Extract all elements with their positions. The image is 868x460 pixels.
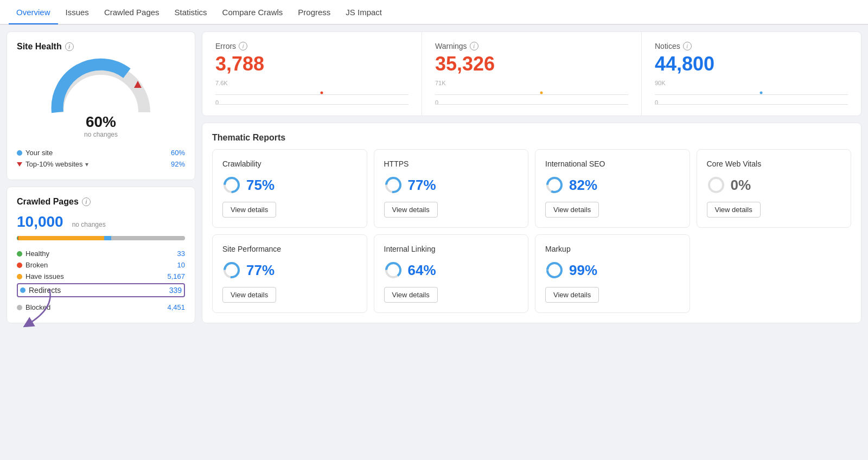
nav-statistics[interactable]: Statistics: [167, 1, 215, 23]
crawled-pages-title: Crawled Pages i: [17, 197, 185, 207]
core-web-vitals-view-details[interactable]: View details: [707, 202, 761, 218]
notices-value: 44,800: [655, 53, 848, 75]
nav-crawled-pages[interactable]: Crawled Pages: [97, 1, 167, 23]
site-health-info-icon[interactable]: i: [65, 42, 74, 51]
breakdown-healthy: Healthy 33: [17, 248, 185, 259]
crawled-pages-card: Crawled Pages i 10,000 no changes Health…: [7, 187, 195, 323]
redirects-value: 339: [169, 286, 182, 295]
thematic-reports-card: Thematic Reports Crawlability 75% View d…: [202, 123, 861, 323]
thematic-reports-title: Thematic Reports: [212, 133, 851, 143]
errors-value: 3,788: [215, 53, 409, 75]
nav-bar: Overview Issues Crawled Pages Statistics…: [0, 0, 868, 25]
internal-linking-pct: 64%: [408, 262, 436, 279]
stats-row: Errors i 3,788 7.6K 0 Warnings i 35: [202, 31, 861, 116]
breakdown-have-issues: Have issues 5,167: [17, 271, 185, 282]
content-area: Errors i 3,788 7.6K 0 Warnings i 35: [202, 31, 861, 453]
legend-your-site: Your site 60%: [17, 147, 185, 158]
gauge-svg: [47, 58, 155, 118]
gauge-container: 60% no changes: [17, 58, 185, 138]
warnings-value: 35,326: [435, 53, 628, 75]
blocked-value: 4,451: [167, 303, 185, 311]
svg-point-13: [547, 263, 561, 277]
international-seo-donut: [545, 176, 564, 194]
issues-dot: [17, 274, 22, 279]
internal-linking-view-details[interactable]: View details: [384, 287, 438, 303]
gauge-percentage: 60%: [84, 113, 118, 131]
markup-pct: 99%: [569, 262, 597, 279]
site-health-card: Site Health i 60% no changes: [7, 31, 195, 180]
crawled-pages-info-icon[interactable]: i: [82, 197, 91, 206]
report-international-seo: International SEO 82% View details: [535, 149, 690, 228]
broken-dot: [17, 263, 22, 268]
https-donut: [384, 176, 403, 194]
healthy-dot: [17, 251, 22, 257]
notices-label: Notices i: [655, 42, 848, 50]
crawlability-pct: 75%: [246, 177, 275, 194]
crawlability-view-details[interactable]: View details: [222, 202, 276, 218]
segment-blocked: [111, 236, 185, 240]
nav-overview[interactable]: Overview: [9, 1, 58, 23]
report-site-performance: Site Performance 77% View details: [212, 234, 367, 313]
crawlability-donut: [222, 176, 241, 194]
https-pct: 77%: [408, 177, 436, 194]
report-core-web-vitals: Core Web Vitals 0% View details: [697, 149, 852, 228]
svg-point-7: [709, 178, 723, 192]
report-internal-linking: Internal Linking 64% View details: [374, 234, 529, 313]
breakdown-broken: Broken 10: [17, 259, 185, 271]
blocked-dot: [17, 305, 22, 310]
warnings-sparkline: 71K 0: [435, 80, 628, 106]
crawled-progress-bar: [17, 236, 185, 240]
legend-top10: Top-10% websites ▾ 92%: [17, 158, 185, 170]
site-performance-donut: [222, 261, 241, 279]
notices-card: Notices i 44,800 90K 0: [642, 31, 861, 116]
warnings-label: Warnings i: [435, 42, 628, 50]
international-seo-pct: 82%: [569, 177, 597, 194]
gauge-center: 60% no changes: [84, 113, 118, 138]
https-view-details[interactable]: View details: [384, 202, 438, 218]
issues-value: 5,167: [167, 272, 185, 280]
errors-sparkline: 7.6K 0: [215, 80, 409, 106]
notices-info-icon[interactable]: i: [683, 42, 692, 50]
site-performance-pct: 77%: [246, 262, 275, 279]
nav-issues[interactable]: Issues: [58, 1, 97, 23]
site-health-title: Site Health i: [17, 42, 185, 52]
report-https: HTTPS 77% View details: [374, 149, 529, 228]
nav-progress[interactable]: Progress: [290, 1, 338, 23]
site-performance-view-details[interactable]: View details: [222, 287, 276, 303]
broken-value: 10: [177, 261, 185, 269]
reports-grid-bottom: Site Performance 77% View details Intern…: [212, 234, 851, 313]
errors-info-icon[interactable]: i: [239, 42, 247, 50]
your-site-dot: [17, 150, 22, 156]
report-crawlability: Crawlability 75% View details: [212, 149, 367, 228]
warnings-card: Warnings i 35,326 71K 0: [422, 31, 642, 116]
report-markup: Markup 99% View details: [535, 234, 690, 313]
notices-sparkline: 90K 0: [655, 80, 848, 106]
gauge-sublabel: no changes: [84, 131, 118, 138]
breakdown-blocked: Blocked 4,451: [17, 302, 185, 313]
chevron-down-icon[interactable]: ▾: [85, 161, 88, 168]
healthy-value: 33: [177, 250, 185, 258]
warnings-dot: [540, 92, 542, 94]
segment-redirects: [104, 236, 111, 240]
top10-value: 92%: [171, 160, 185, 168]
reports-grid-top: Crawlability 75% View details HTTPS: [212, 149, 851, 228]
markup-view-details[interactable]: View details: [545, 287, 599, 303]
core-web-vitals-donut: [707, 176, 725, 194]
errors-dot: [320, 92, 323, 94]
markup-donut: [545, 261, 564, 279]
errors-label: Errors i: [215, 42, 409, 50]
segment-issues: [18, 236, 104, 240]
notices-dot: [760, 92, 762, 94]
nav-compare-crawls[interactable]: Compare Crawls: [215, 1, 291, 23]
internal-linking-donut: [384, 261, 403, 279]
warnings-info-icon[interactable]: i: [470, 42, 478, 50]
breakdown-redirects[interactable]: Redirects 339: [17, 283, 185, 297]
nav-js-impact[interactable]: JS Impact: [338, 1, 390, 23]
international-seo-view-details[interactable]: View details: [545, 202, 599, 218]
main-layout: Site Health i 60% no changes: [0, 25, 868, 460]
your-site-value: 60%: [171, 149, 185, 157]
errors-card: Errors i 3,788 7.6K 0: [202, 31, 422, 116]
top10-triangle-icon: [17, 162, 22, 167]
crawled-count: 10,000: [17, 213, 63, 231]
sidebar: Site Health i 60% no changes: [7, 31, 195, 453]
